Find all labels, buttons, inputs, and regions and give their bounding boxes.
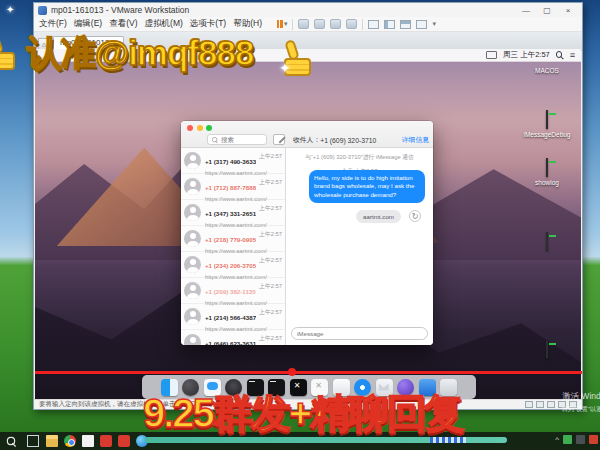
desktop-icon-showlog[interactable]: showlog xyxy=(519,159,575,186)
terminal-app-icon xyxy=(546,110,548,129)
menubar-clock[interactable]: 周三 上午2:57 xyxy=(503,50,550,60)
conversation-list: +1 (317) 490-3633 上午2:57 https://www.aar… xyxy=(181,148,286,345)
network-status-icon[interactable] xyxy=(547,401,555,408)
messages-window: 收件人： +1 (609) 320-3710 详细信息 +1 (317) 490… xyxy=(181,121,433,345)
file-explorer-icon[interactable] xyxy=(46,435,58,447)
console-view-icon[interactable] xyxy=(384,20,395,29)
to-label: 收件人： xyxy=(293,135,320,145)
tray-chevron-icon[interactable]: ^ xyxy=(555,435,559,444)
chrome-icon[interactable] xyxy=(64,435,76,447)
conversation-row[interactable]: +1 (234) 206-3705 上午2:57 https://www.aar… xyxy=(181,252,285,278)
chat-pane: 与“+1 (609) 320-3710”进行 iMessage 通信 今天 上午… xyxy=(286,148,433,345)
minimize-traffic-light[interactable] xyxy=(197,125,203,131)
macos-guest-screen: 周三 上午2:57 ≡ MACOS iMessageDebug showlog xyxy=(35,49,581,401)
menu-vm[interactable]: 虚拟机(M) xyxy=(145,18,183,30)
menu-help[interactable]: 帮助(H) xyxy=(233,18,262,30)
cd-status-icon[interactable] xyxy=(536,401,544,408)
unity-view-icon[interactable] xyxy=(416,20,427,29)
loading-refresh-icon: ↻ xyxy=(409,210,421,222)
taskbar-app-icon-2[interactable] xyxy=(100,435,112,447)
tray-icon-green[interactable] xyxy=(563,435,572,444)
avatar xyxy=(184,152,201,169)
messages-toolbar: 收件人： +1 (609) 320-3710 详细信息 xyxy=(181,121,433,148)
taskbar-app-icon-1[interactable] xyxy=(82,435,94,447)
desktop-icon-imessagedebug[interactable]: iMessageDebug xyxy=(519,111,575,138)
avatar xyxy=(184,282,201,299)
conversation-search xyxy=(207,134,267,145)
recipient-number[interactable]: +1 (609) 320-3710 xyxy=(320,137,376,144)
snapshot-icon[interactable] xyxy=(314,19,325,29)
fullscreen-view-icon[interactable] xyxy=(400,20,411,29)
spotlight-search-icon[interactable] xyxy=(556,51,564,59)
desktop-icon-unlabeled-2[interactable] xyxy=(519,341,575,361)
red-dot-overlay xyxy=(288,368,296,376)
tray-icon-dark[interactable] xyxy=(576,435,585,444)
terminal-app-icon xyxy=(546,340,548,359)
menu-file[interactable]: 文件(F) xyxy=(39,18,67,30)
details-link[interactable]: 详细信息 xyxy=(402,135,429,145)
avatar xyxy=(184,178,201,195)
thumbs-up-icon xyxy=(0,34,20,70)
task-view-icon[interactable] xyxy=(27,435,39,447)
taskbar-search-icon[interactable] xyxy=(7,437,21,450)
red-underline-overlay xyxy=(35,371,582,374)
message-input-bar xyxy=(291,327,428,340)
search-input[interactable] xyxy=(221,136,261,143)
link-preview-bubble[interactable]: aartmt.com xyxy=(356,210,401,223)
vmware-app-icon xyxy=(38,6,47,15)
avatar xyxy=(184,308,201,325)
system-tray: ^ xyxy=(555,435,598,444)
desktop-icon-unlabeled-1[interactable] xyxy=(519,233,575,253)
desktop-icon-macos-drive[interactable]: MACOS xyxy=(519,65,575,74)
menu-view[interactable]: 查看(V) xyxy=(109,18,137,30)
sparkle-icon: ✦ xyxy=(6,4,14,15)
terminal-app-icon xyxy=(546,232,548,251)
conversation-row[interactable]: +1 (317) 490-3633 上午2:57 https://www.aar… xyxy=(181,148,285,174)
menu-tabs[interactable]: 选项卡(T) xyxy=(190,18,226,30)
window-title: mp01-161013 - VMware Workstation xyxy=(51,5,516,15)
terminal-app-icon xyxy=(546,158,548,177)
tray-icon-red[interactable] xyxy=(589,435,598,444)
conversation-row[interactable]: +1 (214) 566-4387 上午2:57 https://www.aar… xyxy=(181,304,285,330)
conversation-row[interactable]: +1 (209) 382-1135 上午2:57 https://www.aar… xyxy=(181,278,285,304)
show-library-view-icon[interactable] xyxy=(368,20,379,29)
avatar xyxy=(184,230,201,247)
compose-new-message-button[interactable] xyxy=(273,134,285,145)
imessage-input[interactable] xyxy=(297,330,422,337)
conversation-row[interactable]: +1 (218) 779-0905 上午2:57 https://www.aar… xyxy=(181,226,285,252)
notification-center-icon[interactable]: ≡ xyxy=(570,51,575,60)
revert-snapshot-icon[interactable] xyxy=(330,19,341,29)
conversation-row[interactable]: +1 (712) 887-7888 上午2:57 https://www.aar… xyxy=(181,174,285,200)
close-traffic-light[interactable] xyxy=(187,125,193,131)
minimize-button[interactable]: — xyxy=(516,4,536,16)
send-ctrl-alt-del-icon[interactable] xyxy=(298,19,309,29)
menu-edit[interactable]: 编辑(E) xyxy=(74,18,102,30)
search-icon xyxy=(212,137,218,143)
sparkle-icon: ✦ xyxy=(279,60,291,76)
session-note: 与“+1 (609) 320-3710”进行 iMessage 通信 xyxy=(286,153,433,162)
windows-desktop: mp01-161013 - VMware Workstation — ▢ × 文… xyxy=(0,0,600,450)
conversation-row[interactable]: +1 (646) 623-3631 上午2:57 https://www.aar… xyxy=(181,330,285,345)
windows-activation-watermark: 激活 Windows 转到“设置”以激活 Windows。 xyxy=(562,391,600,414)
avatar xyxy=(184,256,201,273)
maximize-button[interactable]: ▢ xyxy=(537,4,557,16)
close-button[interactable]: × xyxy=(558,4,578,16)
zoom-traffic-light[interactable] xyxy=(206,125,212,131)
hdd-status-icon[interactable] xyxy=(525,401,533,408)
vmware-titlebar[interactable]: mp01-161013 - VMware Workstation — ▢ × xyxy=(34,3,582,17)
manage-snapshots-icon[interactable] xyxy=(346,19,357,29)
outgoing-message-bubble: Hello, my side is to do high imitation b… xyxy=(309,170,425,203)
conversation-row[interactable]: +1 (347) 331-2651 上午2:57 https://www.aar… xyxy=(181,200,285,226)
displays-menu-icon[interactable] xyxy=(486,51,497,59)
taskbar-app-icon-3[interactable] xyxy=(118,435,130,447)
suspend-vm-button[interactable]: ▾ xyxy=(277,20,288,28)
bottom-banner-text: 9.25群发+精聊回复 xyxy=(143,386,462,441)
avatar xyxy=(184,204,201,221)
avatar xyxy=(184,334,201,345)
top-banner-text: 认准@imqf888 xyxy=(27,30,253,77)
